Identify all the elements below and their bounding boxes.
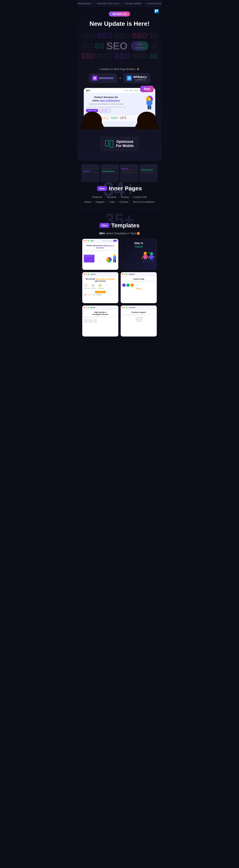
- thumb-4: [140, 164, 158, 182]
- tcard-dot-red: [84, 240, 85, 241]
- tcard-dot-red-5: [84, 307, 85, 308]
- tablet-discover-btn[interactable]: Discover more: [86, 109, 98, 112]
- tcard-logo-6: Premium: [129, 307, 136, 308]
- svg-rect-21: [144, 255, 147, 259]
- template-card-services[interactable]: Service We provide high quality & premiu…: [82, 272, 118, 303]
- tcard-support-items: ✓ Creative Tags ✓ Brand Value ✓ Collabor…: [122, 317, 155, 321]
- svg-rect-17: [113, 256, 116, 260]
- svg-text:★: ★: [142, 254, 143, 255]
- template-card-stay[interactable]: Stay inTouch: [121, 239, 157, 270]
- tablet-btns: Discover more View More →: [86, 109, 126, 112]
- tcard-heading-4: Support page: [122, 278, 155, 280]
- tcard-dot-green-5: [88, 307, 89, 308]
- svg-point-20: [144, 252, 147, 255]
- tablet-person-svg: [146, 98, 153, 109]
- plus-sign: +: [119, 75, 121, 81]
- tcard-nav-4: Support: [121, 272, 157, 276]
- tablet-content: Perfect Services for every type of Busin…: [84, 93, 155, 115]
- tcard-cta-3[interactable]: Discover More: [95, 291, 106, 293]
- tcard-dot-yellow: [86, 240, 87, 241]
- tcard-dot-yellow-5: [86, 307, 87, 308]
- hero-title: New Update is Here!: [82, 20, 157, 27]
- tcard-content-6: Premium Support ✓ Creative Tags ✓ Brand …: [121, 310, 157, 324]
- hero-section: Version 1.2 New Update is Here! SEO SEO …: [78, 7, 161, 160]
- svg-rect-13: [150, 106, 151, 109]
- tablet-view-btn[interactable]: View More →: [99, 109, 111, 112]
- top-logo-icon: [154, 9, 159, 14]
- tcard-content-3: We provide high quality & premium web se…: [82, 276, 118, 297]
- tcard-heading-3: We provide high quality & premium web se…: [84, 278, 117, 282]
- svg-line-31: [152, 259, 153, 262]
- elementor-pill[interactable]: elementor: [89, 73, 117, 83]
- builders-row: elementor + WPBakery + pixfort UI: [82, 73, 157, 83]
- service-icon-3: 🤝 Collaboration: [98, 283, 104, 289]
- wpbakery-pill[interactable]: WPBakery + pixfort UI: [123, 73, 150, 83]
- tcard-logo-5: Brand: [90, 307, 95, 308]
- tcard-dot-green: [88, 240, 89, 241]
- avatar-1: [122, 283, 126, 287]
- templates-new-badge: New: [99, 223, 110, 228]
- template-card-premium[interactable]: Premium Premium Support ✓ Creative Tags …: [121, 306, 157, 337]
- tcard-logo-3: Service: [90, 273, 96, 275]
- tcard-solutions: solutions: [122, 288, 155, 289]
- tcard-dot-red-6: [122, 307, 123, 308]
- tcard-dot-yellow-4: [124, 274, 125, 275]
- svg-rect-5: [95, 78, 96, 79]
- mobile-bar-1: [105, 140, 109, 146]
- service-icon-1: 🏷 Creative Tags: [84, 283, 90, 289]
- tcard-content-4: Support page solutions: [121, 276, 157, 291]
- template-card-brands[interactable]: Brand High Quality &Prestigious Brands: [82, 306, 118, 337]
- seo-row-2: SEO SE SEO Full Demo SE: [82, 40, 157, 52]
- template-card-support[interactable]: Support Support page solutions: [121, 272, 157, 303]
- tcard-dot-yellow-3: [86, 274, 87, 275]
- tcard-nav-6: Premium: [121, 306, 157, 310]
- tcard-person: [113, 254, 117, 262]
- version-badge[interactable]: Version 1.2: [109, 11, 130, 17]
- full-demo-button[interactable]: Full Demo: [131, 41, 148, 51]
- tcard-logos: VINCI TOTAL WWF UPBASE: [84, 294, 117, 296]
- svg-rect-18: [113, 260, 115, 262]
- thumb-1: [82, 164, 100, 182]
- stay-card-content: Stay inTouch: [121, 239, 156, 251]
- tcard-nav-cta: Get: [113, 240, 117, 242]
- svg-rect-10: [146, 101, 148, 105]
- wpbakery-label: WPBakery: [133, 75, 147, 79]
- bottom-padding: [78, 340, 161, 348]
- tablet-logos-row: VINCI ⊕ TOTAL WWF UPS: [84, 115, 155, 121]
- tcard-cta-1[interactable]: Discover more: [84, 255, 94, 262]
- inner-new-badge: New: [97, 186, 107, 191]
- elementor-label: elementor: [99, 76, 114, 80]
- service-icons-row: 🏷 Creative Tags ⭐ Brand Value 🤝 Collabor…: [84, 283, 117, 289]
- tcard-nav-5: Brand: [82, 306, 118, 310]
- svg-line-29: [153, 256, 155, 258]
- tcard-logo-4: Support: [129, 273, 135, 275]
- wpbakery-icon: [127, 75, 132, 81]
- optimized-section: Optimized For Mobile: [82, 133, 157, 155]
- tcard-dot-red-3: [84, 274, 85, 275]
- tcard-heading-5: High Quality &Prestigious Brands: [84, 311, 117, 316]
- optimized-pill: Optimized For Mobile: [100, 137, 139, 151]
- tcard-nav-3: Service: [82, 272, 118, 276]
- tcard-content-1: Perfect Services for every type of Busin…: [82, 243, 118, 253]
- tcard-dot-green-6: [126, 307, 127, 308]
- available-text: Available for Both Page Builders ⚡: [82, 68, 157, 70]
- service-icon-2: ⭐ Brand Value: [91, 283, 96, 289]
- tcard-dot-green-4: [126, 274, 127, 275]
- tablet-text-side: Perfect Services for every type of Busin…: [86, 96, 126, 112]
- stay-heading: Stay inTouch: [123, 241, 154, 248]
- tcard-dot-green-3: [88, 274, 89, 275]
- svg-line-24: [143, 259, 144, 262]
- templates-title: Templates: [111, 222, 140, 229]
- stay-person: ★ ★: [121, 251, 156, 268]
- optimized-title: Optimized: [116, 140, 134, 144]
- templates-label: New Templates: [82, 214, 157, 229]
- svg-rect-12: [148, 106, 149, 109]
- tcard-dot-red-4: [122, 274, 123, 275]
- svg-line-22: [142, 256, 144, 258]
- brand-logo-1: [84, 319, 88, 323]
- tcard-content-5: High Quality &Prestigious Brands: [82, 310, 118, 324]
- template-card-seo[interactable]: SEO HomeAboutBlog Get Perfect Services f…: [82, 239, 118, 270]
- seo-row-1: SEO SEO SEO SEO SE: [82, 32, 157, 40]
- templates-count: 585+ pixfort Templates in Total 😍: [82, 232, 157, 235]
- svg-rect-11: [151, 101, 152, 105]
